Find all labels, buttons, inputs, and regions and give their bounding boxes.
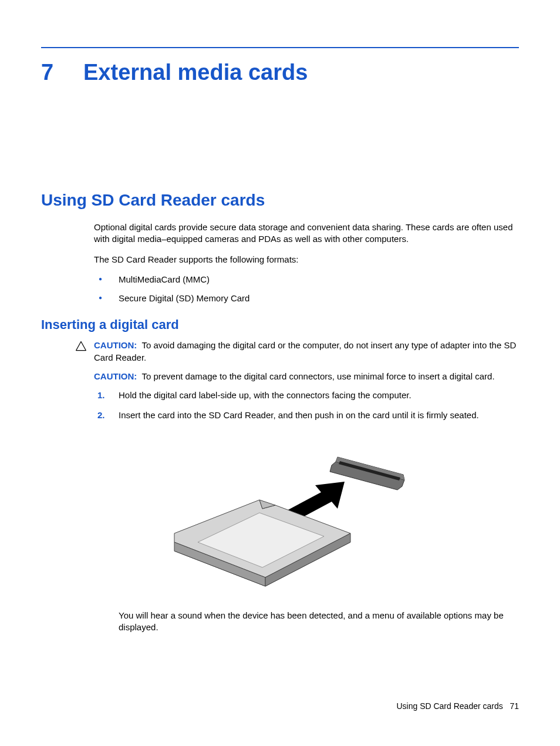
caution-text: To avoid damaging the digital card or th… bbox=[94, 340, 516, 362]
chapter-number: 7 bbox=[41, 60, 83, 85]
list-item: Secure Digital (SD) Memory Card bbox=[94, 293, 519, 304]
caution-label: CAUTION: bbox=[94, 340, 137, 350]
list-item: Hold the digital card label-side up, wit… bbox=[94, 389, 519, 401]
caution-text: To prevent damage to the digital card co… bbox=[141, 371, 494, 381]
subsection-title: Inserting a digital card bbox=[41, 317, 519, 332]
supports-intro: The SD Card Reader supports the followin… bbox=[94, 254, 519, 266]
sd-card-insertion-illustration bbox=[139, 439, 421, 592]
caution-label: CAUTION: bbox=[94, 371, 137, 381]
format-bullet-list: MultiMediaCard (MMC) Secure Digital (SD)… bbox=[94, 274, 519, 305]
page-footer: Using SD Card Reader cards 71 bbox=[396, 701, 519, 711]
chapter-header: 7 External media cards bbox=[41, 60, 519, 85]
section-intro: Optional digital cards provide secure da… bbox=[94, 221, 519, 246]
list-item: MultiMediaCard (MMC) bbox=[94, 274, 519, 285]
caution-content: CAUTION: To avoid damaging the digital c… bbox=[94, 340, 519, 364]
section-title: Using SD Card Reader cards bbox=[41, 191, 519, 210]
step-list: Hold the digital card label-side up, wit… bbox=[94, 389, 519, 422]
post-image-text: You will hear a sound when the device ha… bbox=[119, 610, 513, 634]
chapter-top-rule bbox=[41, 47, 519, 48]
caution-block: CAUTION: To avoid damaging the digital c… bbox=[75, 340, 519, 364]
chapter-title: External media cards bbox=[83, 60, 308, 85]
list-item: Insert the card into the SD Card Reader,… bbox=[94, 409, 519, 421]
caution-block-2: CAUTION: To prevent damage to the digita… bbox=[94, 371, 519, 382]
caution-triangle-icon bbox=[75, 340, 88, 354]
footer-page-number: 71 bbox=[510, 701, 519, 711]
footer-section-text: Using SD Card Reader cards bbox=[396, 701, 502, 711]
